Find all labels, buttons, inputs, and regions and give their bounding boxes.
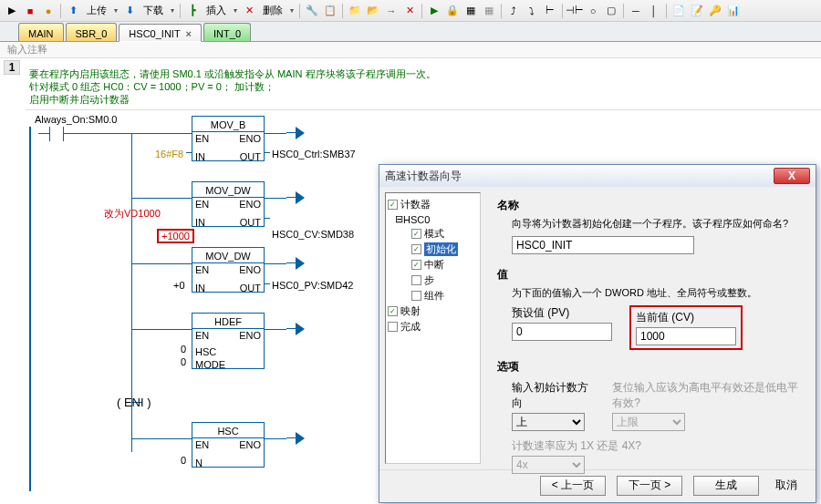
insert-dropdown[interactable]: ▾ [232, 4, 239, 18]
coil-icon[interactable]: ○ [585, 3, 601, 19]
eno-term-3 [286, 257, 299, 270]
view4-icon[interactable]: 📊 [725, 3, 742, 19]
tree-interrupt[interactable]: 中断 [388, 257, 478, 273]
tab-bar: MAIN SBR_0 HSC0_INIT× INT_0 [0, 22, 821, 42]
tree-mapping[interactable]: 映射 [388, 303, 478, 319]
download-icon[interactable]: ⬇ [121, 3, 138, 19]
dialog-titlebar[interactable]: 高速计数器向导 X [379, 165, 816, 187]
delete-label[interactable]: 删除 [259, 4, 286, 17]
mov-b-in-val: 16#F8 [155, 149, 183, 159]
box-icon[interactable]: ▢ [603, 3, 619, 19]
play-icon[interactable]: ▶ [426, 3, 442, 19]
delete-dropdown[interactable]: ▾ [288, 4, 296, 18]
value-desc: 为下面的值输入一个 DWORD 地址、全局符号或整数。 [512, 286, 805, 300]
hdef-hsc-val: 0 [181, 344, 186, 355]
view1-icon[interactable]: 📄 [670, 3, 687, 19]
eno-term-2 [286, 191, 299, 204]
prev-button[interactable]: < 上一页 [540, 476, 606, 496]
stop-icon[interactable]: ■ [22, 3, 38, 19]
insert-icon[interactable]: ┣ [184, 3, 201, 19]
tab-close-icon[interactable]: × [186, 28, 192, 39]
download-dropdown[interactable]: ▾ [169, 4, 176, 18]
wire-v-icon[interactable]: │ [646, 3, 662, 19]
wire-h-icon[interactable]: ─ [628, 3, 644, 19]
upload-icon[interactable]: ⬆ [65, 3, 81, 19]
rate-select: 4x [512, 456, 585, 474]
name-input[interactable] [512, 236, 694, 254]
rate-label: 计数速率应为 1X 还是 4X? [512, 438, 641, 454]
net-up-icon[interactable]: ⤴ [505, 3, 522, 19]
dialog-close-button[interactable]: X [774, 168, 810, 184]
view2-icon[interactable]: 📝 [689, 3, 705, 19]
hsc-n-val: 0 [181, 455, 186, 466]
tree-mode[interactable]: 模式 [388, 226, 478, 242]
tab-sbr0[interactable]: SBR_0 [66, 23, 118, 41]
value-heading: 值 [497, 267, 805, 283]
pv-label: 预设值 (PV) [512, 305, 612, 321]
tool-icon-2[interactable]: 📋 [322, 3, 338, 19]
tree-init[interactable]: 初始化 [388, 242, 478, 257]
contact-icon[interactable]: ⊣⊢ [566, 3, 583, 19]
run-icon[interactable]: ▶ [4, 3, 20, 19]
upload-label[interactable]: 上传 [83, 4, 110, 17]
branch-icon[interactable]: ⊢ [542, 3, 558, 19]
wizard-tree: 计数器 ⊟ HSC0 模式 初始化 中断 步 组件 映射 完成 [385, 192, 481, 464]
mov-dw1-annotation: 改为VD1000 [104, 207, 161, 221]
tab-hsc0-init[interactable]: HSC0_INIT× [119, 24, 202, 42]
view3-icon[interactable]: 🔑 [707, 3, 723, 19]
undo-icon[interactable]: ✕ [401, 3, 418, 19]
folder2-icon[interactable]: 📂 [365, 3, 381, 19]
cancel-button[interactable]: 取消 [770, 478, 803, 493]
dialog-buttons: < 上一页 下一页 > 生成 取消 [379, 469, 816, 500]
generate-button[interactable]: 生成 [693, 476, 759, 496]
box-hdef[interactable]: HDEF EN ENO HSC MODE [192, 313, 265, 369]
contact-always-on[interactable] [38, 127, 75, 141]
mov-b-out-val: HSC0_Ctrl:SMB37 [272, 149, 356, 159]
box-mov-b[interactable]: MOV_B EN ENO IN OUT [192, 116, 265, 161]
name-desc: 向导将为计数器初始化创建一个子程序。该子程序应如何命名? [512, 217, 805, 231]
chip-icon[interactable]: ▦ [462, 3, 479, 19]
dir-label: 输入初始计数方向 [512, 380, 590, 411]
mov-dw1-in-val: +1000 [157, 229, 194, 243]
tree-done[interactable]: 完成 [388, 319, 478, 334]
tree-counter[interactable]: 计数器 [388, 197, 478, 212]
tab-int0[interactable]: INT_0 [203, 23, 251, 41]
tree-step[interactable]: 步 [388, 273, 478, 288]
tree-component[interactable]: 组件 [388, 288, 478, 303]
tree-hsc0[interactable]: ⊟ HSC0 [388, 212, 478, 226]
pv-input[interactable] [512, 323, 612, 341]
pause-icon[interactable]: ● [40, 3, 57, 19]
comment-row[interactable]: 输入注释 [0, 42, 821, 58]
lock-icon[interactable]: 🔒 [444, 3, 461, 19]
delete-icon[interactable]: ✕ [241, 3, 257, 19]
reset-label: 复位输入应该为高电平有效还是低电平有效? [612, 380, 805, 411]
coil-eni[interactable]: ( ENI ) [117, 396, 151, 409]
eno-term-1 [286, 127, 299, 139]
tab-main[interactable]: MAIN [18, 23, 64, 41]
hsc-wizard-dialog: 高速计数器向导 X 计数器 ⊟ HSC0 模式 初始化 中断 步 组件 映射 完… [379, 164, 816, 503]
eno-term-5 [286, 432, 299, 445]
chip2-icon[interactable]: ▦ [481, 3, 497, 19]
options-heading: 选项 [497, 359, 805, 375]
dir-select[interactable]: 上 [512, 413, 585, 431]
eno-term-4 [286, 323, 299, 335]
next-button[interactable]: 下一页 > [617, 476, 682, 496]
network-number: 1 [4, 60, 20, 75]
upload-dropdown[interactable]: ▾ [112, 4, 120, 18]
download-label[interactable]: 下载 [140, 4, 167, 17]
cv-input[interactable] [636, 327, 736, 345]
dialog-title: 高速计数器向导 [385, 169, 462, 184]
box-mov-dw1[interactable]: MOV_DW EN ENO IN OUT [192, 181, 265, 227]
folder-icon[interactable]: 📁 [347, 3, 363, 19]
wizard-form: 名称 向导将为计数器初始化创建一个子程序。该子程序应如何命名? 值 为下面的值输… [486, 187, 816, 469]
reset-select: 上限 [612, 413, 685, 431]
main-toolbar: ▶ ■ ● ⬆ 上传 ▾ ⬇ 下载 ▾ ┣ 插入 ▾ ✕ 删除 ▾ 🔧 📋 📁 … [0, 0, 821, 22]
box-mov-dw2[interactable]: MOV_DW EN ENO IN OUT [192, 247, 265, 293]
cv-label: 当前值 (CV) [636, 310, 736, 325]
box-hsc[interactable]: HSC EN ENO N [192, 422, 265, 468]
goto-icon[interactable]: → [383, 3, 400, 19]
net-down-icon[interactable]: ⤵ [524, 3, 540, 19]
hdef-mode-val: 0 [181, 356, 186, 367]
insert-label[interactable]: 插入 [203, 4, 230, 17]
tool-icon-1[interactable]: 🔧 [304, 3, 320, 19]
